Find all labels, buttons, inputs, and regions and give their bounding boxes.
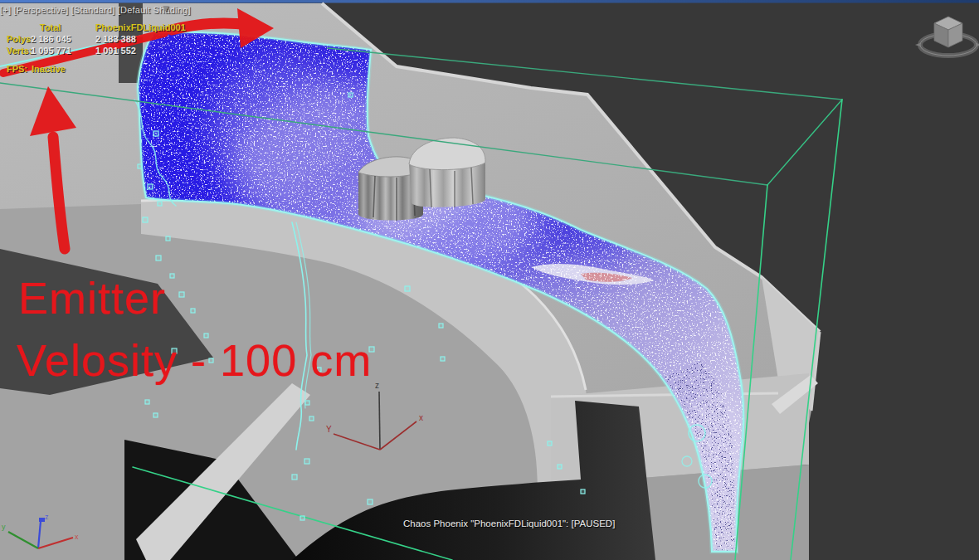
- stats-polys-object: 2 183 388: [95, 34, 136, 44]
- stats-verts-object: 1 091 552: [95, 46, 136, 56]
- world-axis-y-label: y: [2, 523, 6, 531]
- world-axis-z-label: z: [45, 513, 49, 521]
- world-axis-x-label: x: [75, 533, 79, 541]
- stats-verts-total: 1 095 771: [31, 46, 71, 56]
- simulator-status-text: Chaos Phoenix "PhoenixFDLiquid001": [PAU…: [403, 519, 615, 529]
- tripod-x-label: x: [419, 413, 423, 422]
- tripod-y-label: Y: [326, 425, 332, 434]
- window-titlebar-edge: [0, 0, 979, 3]
- tripod-z-label: z: [375, 381, 379, 390]
- stats-fps-value: Inactive: [32, 64, 66, 74]
- stats-col-total: Total: [40, 22, 61, 32]
- annotation-text-line2: Velosity - 100 cm: [17, 336, 372, 385]
- viewport-dropdown-icon[interactable]: ▼: [161, 3, 171, 14]
- viewport-canvas[interactable]: z x Y x y z [+] [Perspective] [Standard]…: [0, 0, 979, 560]
- stats-verts-label: Verts:: [7, 46, 32, 56]
- stats-fps-label: FPS:: [7, 64, 27, 74]
- stats-col-object: PhoenixFDLiquid001: [95, 22, 186, 32]
- annotation-text-line1: Emitter: [18, 274, 166, 323]
- stats-polys-total: 2 186 045: [31, 34, 71, 44]
